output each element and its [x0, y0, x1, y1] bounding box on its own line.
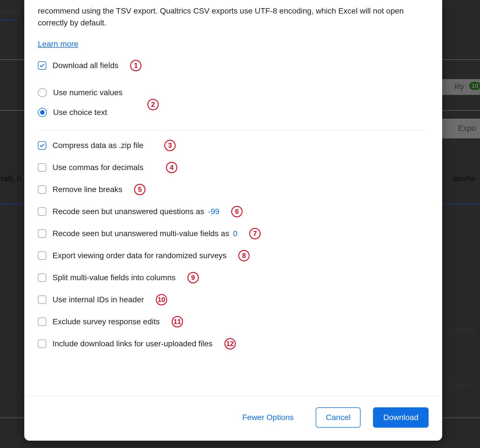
remove-line-breaks-checkbox[interactable]	[38, 185, 46, 194]
remove-line-breaks-label: Remove line breaks	[53, 185, 122, 194]
annotation-marker-5: 5	[134, 184, 145, 195]
download-button[interactable]: Download	[373, 407, 429, 428]
cancel-button[interactable]: Cancel	[316, 407, 361, 428]
export-options-modal: recommend using the TSV export. Qualtric…	[24, 0, 442, 441]
annotation-marker-12: 12	[224, 338, 236, 349]
use-numeric-values-label: Use numeric values	[53, 88, 123, 97]
split-multi-label: Split multi-value fields into columns	[53, 273, 176, 282]
recode-multi-prefix: Recode seen but unanswered multi-value f…	[53, 229, 229, 238]
annotation-marker-1: 1	[130, 60, 141, 71]
recode-multi-value[interactable]: 0	[233, 229, 237, 238]
modal-footer: Fewer Options Cancel Download	[24, 396, 442, 441]
exclude-edits-label: Exclude survey response edits	[53, 317, 160, 326]
check-icon	[40, 63, 45, 68]
annotation-marker-10: 10	[156, 294, 167, 305]
include-download-links-checkbox[interactable]	[38, 340, 46, 348]
annotation-marker-11: 11	[172, 316, 183, 327]
compress-zip-checkbox[interactable]	[38, 141, 46, 150]
annotation-marker-6: 6	[231, 206, 243, 217]
commas-decimals-label: Use commas for decimals	[53, 163, 143, 172]
internal-ids-checkbox[interactable]	[38, 295, 46, 304]
annotation-marker-8: 8	[238, 250, 250, 261]
use-choice-text-radio[interactable]	[38, 108, 47, 117]
include-download-links-label: Include download links for user-uploaded…	[53, 339, 213, 348]
recode-multi-label: Recode seen but unanswered multi-value f…	[53, 229, 237, 238]
recode-multi-checkbox[interactable]	[38, 229, 46, 238]
modal-body: recommend using the TSV export. Qualtric…	[24, 0, 442, 396]
annotation-marker-4: 4	[166, 162, 177, 173]
option-include-download-links: Include download links for user-uploaded…	[38, 335, 429, 352]
split-multi-checkbox[interactable]	[38, 273, 46, 282]
option-commas-decimals: Use commas for decimals 4	[38, 159, 429, 176]
annotation-marker-2: 2	[147, 99, 159, 110]
value-format-radio-group: Use numeric values Use choice text 2	[38, 85, 429, 120]
option-recode-unanswered: Recode seen but unanswered questions as …	[38, 203, 429, 220]
internal-ids-label: Use internal IDs in header	[53, 295, 144, 304]
option-recode-multi: Recode seen but unanswered multi-value f…	[38, 225, 429, 242]
option-remove-line-breaks: Remove line breaks 5	[38, 181, 429, 198]
learn-more-link[interactable]: Learn more	[38, 40, 78, 49]
commas-decimals-checkbox[interactable]	[38, 163, 46, 172]
option-download-all-fields: Download all fields 1	[38, 57, 429, 74]
use-numeric-values-radio[interactable]	[38, 88, 47, 97]
recode-unanswered-value[interactable]: -99	[208, 207, 219, 216]
recode-unanswered-label: Recode seen but unanswered questions as …	[53, 207, 219, 216]
use-choice-text-label: Use choice text	[53, 108, 107, 117]
export-description: recommend using the TSV export. Qualtric…	[38, 5, 429, 29]
option-internal-ids: Use internal IDs in header 10	[38, 291, 429, 308]
option-use-numeric-values: Use numeric values	[38, 85, 429, 100]
option-compress-zip: Compress data as .zip file 3	[38, 137, 429, 154]
option-use-choice-text: Use choice text	[38, 105, 429, 120]
check-icon	[40, 143, 45, 148]
compress-zip-label: Compress data as .zip file	[53, 141, 143, 150]
export-viewing-order-checkbox[interactable]	[38, 251, 46, 260]
download-all-fields-checkbox[interactable]	[38, 61, 46, 70]
divider	[38, 130, 429, 130]
download-all-fields-label: Download all fields	[53, 61, 118, 70]
option-export-viewing-order: Export viewing order data for randomized…	[38, 247, 429, 264]
option-exclude-edits: Exclude survey response edits 11	[38, 313, 429, 330]
exclude-edits-checkbox[interactable]	[38, 317, 46, 326]
recode-unanswered-prefix: Recode seen but unanswered questions as	[53, 207, 204, 216]
annotation-marker-7: 7	[249, 228, 261, 239]
fewer-options-button[interactable]: Fewer Options	[233, 408, 303, 427]
annotation-marker-9: 9	[187, 272, 199, 283]
export-viewing-order-label: Export viewing order data for randomized…	[53, 251, 226, 260]
annotation-marker-3: 3	[164, 140, 176, 151]
option-split-multi: Split multi-value fields into columns 9	[38, 269, 429, 286]
recode-unanswered-checkbox[interactable]	[38, 207, 46, 216]
